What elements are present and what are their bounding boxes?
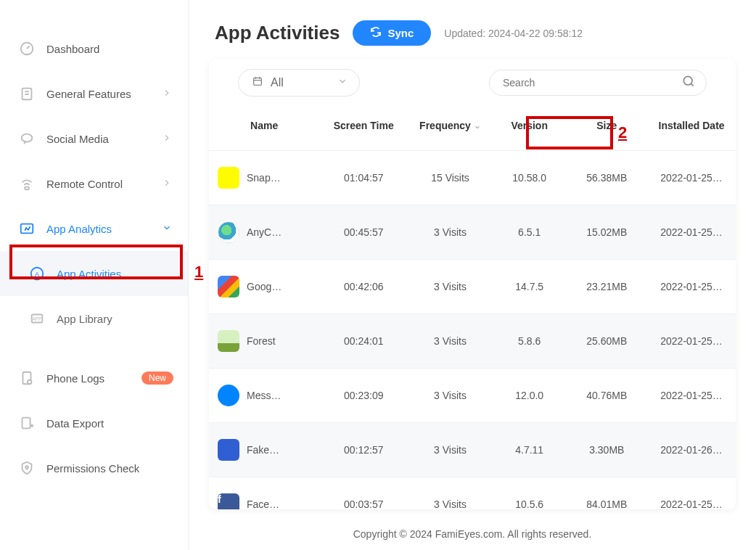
cell-name: fFace…	[209, 477, 319, 510]
chevron-right-icon	[162, 133, 172, 145]
sidebar-item-label: Dashboard	[46, 43, 99, 55]
sidebar-item-remote-control[interactable]: Remote Control	[0, 161, 188, 206]
sidebar-item-label: Phone Logs	[46, 372, 104, 385]
phone-log-icon	[17, 369, 36, 387]
table-body: Snap…01:04:5715 Visits10.58.056.38MB2022…	[209, 151, 736, 510]
cell-name: Mess…	[209, 369, 319, 423]
sidebar-item-social-media[interactable]: Social Media	[0, 116, 188, 161]
annotation-label-2: 2	[618, 123, 627, 142]
search-input[interactable]	[503, 77, 675, 89]
cell-name: AnyC…	[209, 205, 319, 260]
chevron-right-icon	[162, 88, 172, 100]
sidebar-item-general-features[interactable]: General Features	[0, 71, 188, 116]
app-name: Snap…	[247, 172, 281, 184]
cell-installed: 2022-01-25…	[647, 205, 736, 260]
main-content: App Activities Sync Updated: 2024-04-22 …	[189, 0, 756, 550]
sync-label: Sync	[387, 27, 414, 39]
cell-frequency: 15 Visits	[408, 151, 493, 205]
col-name[interactable]: Name	[209, 107, 319, 151]
search-box[interactable]	[489, 70, 707, 96]
table-row[interactable]: Fake…00:12:573 Visits4.7.113.30MB2022-01…	[209, 423, 736, 477]
updated-timestamp: Updated: 2024-04-22 09:58:12	[444, 28, 583, 39]
col-installed[interactable]: Installed Date	[647, 107, 736, 151]
svg-point-4	[22, 134, 33, 142]
cell-size: 84.01MB	[566, 477, 647, 510]
sidebar-item-app-activities[interactable]: A App Activities	[0, 251, 188, 296]
sidebar-item-dashboard[interactable]: Dashboard	[0, 26, 188, 71]
col-size[interactable]: Size	[566, 107, 647, 151]
cell-frequency: 3 Visits	[408, 260, 493, 314]
calendar-icon	[252, 75, 263, 90]
cell-frequency: 3 Visits	[408, 314, 493, 369]
sidebar-item-label: Remote Control	[46, 178, 123, 190]
svg-text:APP: APP	[33, 316, 42, 321]
cell-version: 10.58.0	[493, 151, 567, 205]
page-title: App Activities	[215, 22, 340, 44]
cell-version: 6.5.1	[493, 205, 567, 260]
table-scroll[interactable]: Name Screen Time Frequency⌄ Version Size…	[209, 107, 736, 509]
table-row[interactable]: Goog…00:42:063 Visits14.7.523.21MB2022-0…	[209, 260, 736, 314]
app-name: Mess…	[247, 390, 281, 401]
sidebar-item-app-library[interactable]: APP App Library	[0, 296, 188, 341]
footer-text: Copyright © 2024 FamiEyes.com. All right…	[353, 528, 592, 540]
table-header-row: Name Screen Time Frequency⌄ Version Size…	[209, 107, 736, 151]
cell-frequency: 3 Visits	[408, 369, 493, 423]
cell-version: 4.7.11	[493, 423, 567, 477]
sidebar-item-permissions-check[interactable]: Permissions Check	[0, 446, 188, 491]
sidebar-item-label: General Features	[46, 88, 131, 100]
col-frequency[interactable]: Frequency⌄	[408, 107, 493, 151]
table-wrap: Name Screen Time Frequency⌄ Version Size…	[209, 107, 736, 509]
annotation-label-1: 1	[194, 263, 203, 282]
cell-installed: 2022-01-25…	[647, 260, 736, 314]
cell-size: 15.02MB	[566, 205, 647, 260]
cell-screentime: 01:04:57	[319, 151, 408, 205]
sidebar-item-label: App Activities	[57, 268, 121, 280]
wifi-icon	[17, 174, 36, 193]
card-toolbar: All	[209, 59, 736, 107]
library-icon: APP	[28, 309, 46, 328]
cell-frequency: 3 Visits	[408, 477, 493, 510]
filter-label: All	[271, 76, 284, 89]
table-row[interactable]: AnyC…00:45:573 Visits6.5.115.02MB2022-01…	[209, 205, 736, 260]
cell-frequency: 3 Visits	[408, 205, 493, 260]
cell-screentime: 00:03:57	[319, 477, 408, 510]
cell-installed: 2022-01-25…	[647, 477, 736, 510]
sidebar-item-label: Data Export	[46, 417, 104, 430]
cell-version: 10.5.6	[493, 477, 567, 510]
svg-point-12	[28, 380, 31, 385]
svg-rect-15	[254, 78, 262, 85]
sidebar-item-phone-logs[interactable]: Phone Logs New	[0, 356, 188, 401]
cell-version: 5.8.6	[493, 314, 567, 369]
gauge-icon	[17, 39, 36, 58]
table-row[interactable]: Snap…01:04:5715 Visits10.58.056.38MB2022…	[209, 151, 736, 205]
col-version[interactable]: Version	[493, 107, 567, 151]
cell-size: 56.38MB	[566, 151, 647, 205]
app-name: Fake…	[247, 444, 279, 456]
table-row[interactable]: Mess…00:23:093 Visits12.0.040.76MB2022-0…	[209, 369, 736, 423]
sync-button[interactable]: Sync	[353, 20, 431, 46]
table-row[interactable]: fFace…00:03:573 Visits10.5.684.01MB2022-…	[209, 477, 736, 510]
cell-size: 3.30MB	[566, 423, 647, 477]
app-name: Goog…	[247, 281, 282, 292]
activities-card: All Name	[209, 59, 736, 509]
sidebar-item-label: App Library	[57, 313, 112, 325]
app-icon	[218, 439, 239, 461]
col-screentime[interactable]: Screen Time	[319, 107, 408, 151]
filter-dropdown[interactable]: All	[238, 69, 360, 97]
svg-line-20	[691, 83, 693, 86]
svg-point-14	[25, 466, 28, 469]
analytics-icon	[17, 219, 36, 238]
sidebar-item-label: Permissions Check	[46, 462, 139, 475]
app-icon	[218, 330, 239, 352]
sort-chevron-icon: ⌄	[474, 120, 481, 131]
cell-screentime: 00:45:57	[319, 205, 408, 260]
cell-screentime: 00:24:01	[319, 314, 408, 369]
table-row[interactable]: Forest00:24:013 Visits5.8.625.60MB2022-0…	[209, 314, 736, 369]
app-name: AnyC…	[247, 226, 282, 238]
chat-icon	[17, 129, 36, 148]
sidebar-item-app-analytics[interactable]: App Analytics	[0, 206, 188, 251]
app-icon	[218, 276, 239, 297]
cell-installed: 2022-01-25…	[647, 314, 736, 369]
sidebar-item-data-export[interactable]: Data Export	[0, 401, 188, 446]
cell-frequency: 3 Visits	[408, 423, 493, 477]
